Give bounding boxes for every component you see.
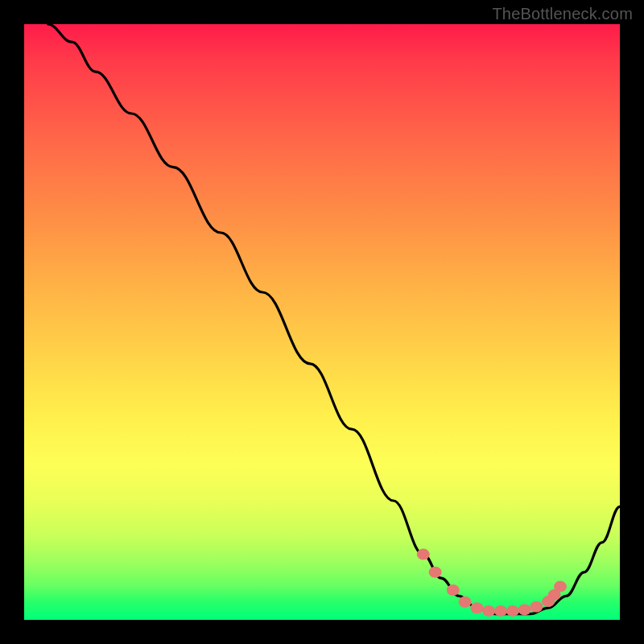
curve-marker xyxy=(447,584,460,596)
curve-marker xyxy=(429,567,442,578)
curve-marker xyxy=(470,602,483,613)
curve-marker xyxy=(417,549,430,560)
curve-marker xyxy=(494,605,507,617)
curve-svg xyxy=(24,24,620,620)
curve-marker xyxy=(518,604,531,615)
curve-marker xyxy=(554,581,567,592)
bottleneck-curve xyxy=(48,24,620,614)
curve-marker xyxy=(506,605,519,617)
curve-marker xyxy=(530,601,543,613)
curve-markers xyxy=(417,549,567,617)
curve-marker xyxy=(459,597,472,608)
curve-marker xyxy=(482,605,495,617)
chart-canvas: TheBottleneck.com xyxy=(0,0,644,644)
watermark-text: TheBottleneck.com xyxy=(492,5,633,23)
plot-area xyxy=(24,24,620,620)
